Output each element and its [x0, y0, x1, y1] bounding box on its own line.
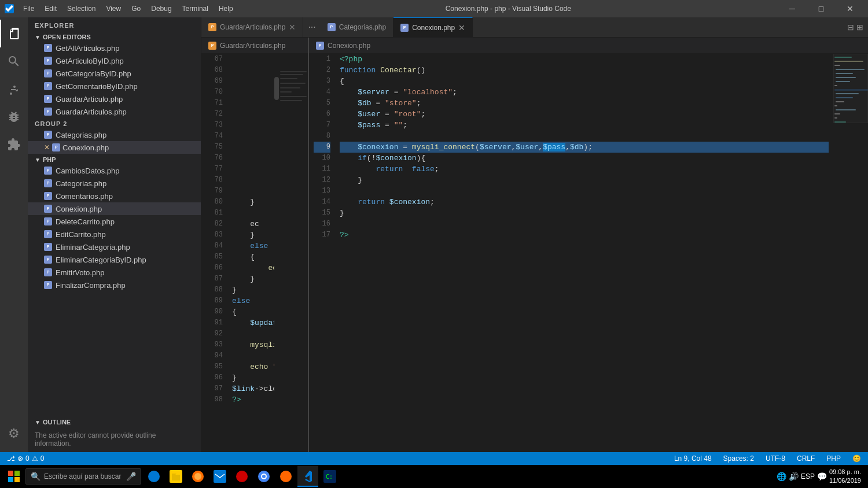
menu-file[interactable]: File: [19, 3, 39, 14]
file-item-getall[interactable]: P GetAllArticulos.php: [28, 42, 201, 54]
window-controls: ─ □ ✕: [779, 0, 863, 17]
file-item-guardarart[interactable]: P GuardarArticulo.php: [28, 93, 201, 105]
open-editors-arrow: ▼: [35, 34, 41, 40]
feedback-button[interactable]: 😊: [850, 454, 863, 463]
minimize-button[interactable]: ─: [779, 0, 806, 17]
taskbar-red-app[interactable]: [231, 466, 252, 487]
tab-label: Categorias.php: [339, 23, 386, 31]
file-eliminarcategoria[interactable]: P EliminarCategoria.php: [28, 241, 201, 253]
menu-go[interactable]: Go: [127, 3, 145, 14]
code-line-8: [340, 131, 829, 142]
file-eliminarcategoriabyid[interactable]: P EliminarCategoriaByID.php: [28, 253, 201, 266]
split-editor-button[interactable]: ⊟: [847, 23, 854, 32]
code-line-1: <?php: [340, 54, 829, 65]
code-line: }: [232, 273, 274, 284]
main-area: ⚙ EXPLORER ▼ OPEN EDITORS P GetAllArticu…: [0, 17, 868, 452]
file-finalizarcompra[interactable]: P FinalizarCompra.php: [28, 279, 201, 291]
php-icon: P: [44, 205, 52, 213]
git-icon: ⎇: [7, 454, 15, 463]
notification-icon[interactable]: 💬: [817, 472, 827, 481]
menu-selection[interactable]: Selection: [62, 3, 100, 14]
svg-point-32: [194, 473, 201, 480]
activity-debug[interactable]: [0, 103, 28, 131]
php-section[interactable]: ▼ PHP: [28, 154, 201, 164]
cursor-position[interactable]: Ln 9, Col 48: [672, 454, 714, 463]
code-line: [232, 328, 274, 339]
taskbar-cortana[interactable]: [144, 466, 164, 487]
file-item-conexion-g2[interactable]: ✕ P Conexion.php: [28, 141, 201, 154]
git-branch-status[interactable]: ⎇ ⊗ 0 ⚠ 0: [5, 454, 46, 463]
code-line: $update: [232, 317, 274, 328]
php-icon: P: [44, 167, 52, 175]
volume-icon[interactable]: 🔊: [789, 472, 799, 481]
right-code-area[interactable]: <?php function Conectar() { $server = "l…: [335, 54, 829, 452]
right-editor-filename: P Conexion.php: [316, 42, 370, 50]
menu-help[interactable]: Help: [214, 3, 238, 14]
file-item-categorias-g2[interactable]: P Categorias.php: [28, 128, 201, 141]
taskbar-explorer[interactable]: [165, 466, 186, 487]
tab-categorias[interactable]: P Categorias.php: [321, 17, 393, 37]
maximize-button[interactable]: □: [808, 0, 834, 17]
start-button[interactable]: [2, 465, 25, 488]
group2-label: GROUP 2: [28, 118, 201, 128]
file-conexion[interactable]: P Conexion.php: [28, 202, 201, 215]
sidebar-title: EXPLORER: [28, 17, 201, 31]
taskbar-vscode[interactable]: [297, 466, 318, 487]
taskbar-mail[interactable]: [209, 466, 230, 487]
taskbar-search-bar[interactable]: 🔍 Escribe aquí para buscar 🎤: [25, 468, 141, 485]
taskbar-orange-app[interactable]: [275, 466, 296, 487]
app-logo: [5, 4, 14, 13]
taskbar-clock[interactable]: 09:08 p. m. 11/06/2019: [829, 468, 861, 486]
taskbar-chrome[interactable]: [253, 466, 274, 487]
left-code-area[interactable]: } ec } else { echo } } else { $upda: [227, 54, 274, 452]
tab-more-button[interactable]: ···: [303, 17, 320, 37]
menu-debug[interactable]: Debug: [146, 3, 176, 14]
language-info[interactable]: PHP: [824, 454, 843, 463]
file-emitirvoto[interactable]: P EmitirVoto.php: [28, 266, 201, 279]
file-item-guardararts[interactable]: P GuardarArticulos.php: [28, 105, 201, 118]
file-comentarios[interactable]: P Comentarios.php: [28, 190, 201, 202]
open-editors-section[interactable]: ▼ OPEN EDITORS: [28, 31, 201, 42]
file-item-getcategoria[interactable]: P GetCategoriaByID.php: [28, 67, 201, 80]
line-ending-info[interactable]: CRLF: [795, 454, 817, 463]
spaces-info[interactable]: Spaces: 2: [721, 454, 756, 463]
network-icon[interactable]: 🌐: [777, 472, 786, 481]
settings-icon[interactable]: ⚙: [0, 420, 28, 448]
file-editcarrito[interactable]: P EditCarrito.php: [28, 228, 201, 241]
menu-view[interactable]: View: [101, 3, 126, 14]
file-categorias[interactable]: P Categorias.php: [28, 177, 201, 190]
code-line-12: }: [340, 175, 829, 186]
activity-extensions[interactable]: [0, 131, 28, 158]
encoding-info[interactable]: UTF-8: [763, 454, 788, 463]
scrollbar-thumb[interactable]: [274, 77, 279, 100]
file-cambios[interactable]: P CambiosDatos.php: [28, 164, 201, 177]
editor-layout-button[interactable]: ⊞: [856, 23, 863, 32]
activity-explorer[interactable]: [0, 20, 28, 47]
tab-close-button[interactable]: ✕: [289, 23, 296, 32]
window-title: Conexion.php - php - Visual Studio Code: [446, 5, 571, 13]
tab-close-active-button[interactable]: ✕: [458, 23, 465, 32]
tab-file-icon: P: [328, 23, 336, 31]
file-item-getarticulo[interactable]: P GetArticuloByID.php: [28, 54, 201, 67]
tab-guardar[interactable]: P GuardarArticulos.php ✕: [201, 17, 303, 37]
activity-scm[interactable]: [0, 75, 28, 103]
left-editor-content[interactable]: 6768697071 7273747576 7778798081 8283848…: [201, 54, 308, 452]
file-label: EmitirVoto.php: [56, 268, 105, 277]
taskbar-browser[interactable]: [187, 466, 208, 487]
file-item-getcomentario[interactable]: P GetComentarioByID.php: [28, 80, 201, 93]
close-button[interactable]: ✕: [837, 0, 863, 17]
taskbar-terminal-app[interactable]: C:: [319, 466, 340, 487]
tab-conexion[interactable]: P Conexion.php ✕: [393, 17, 473, 37]
code-line-15: }: [340, 208, 829, 219]
activity-search[interactable]: [0, 47, 28, 75]
editor-area: P GuardarArticulos.php ✕ ··· P Categoria…: [201, 17, 868, 452]
outline-toggle[interactable]: ▼ OUTLINE: [28, 416, 201, 427]
menu-edit[interactable]: Edit: [40, 3, 61, 14]
svg-point-29: [148, 471, 160, 482]
status-right: Ln 9, Col 48 Spaces: 2 UTF-8 CRLF PHP 😊: [672, 454, 863, 463]
file-deletecarrito[interactable]: P DeleteCarrito.php: [28, 215, 201, 228]
speaker-icon[interactable]: ESP: [801, 472, 815, 480]
right-editor-content[interactable]: 12345 678910 1112131415 1617 <?php funct…: [309, 54, 868, 452]
file-label: Comentarios.php: [56, 192, 113, 201]
menu-terminal[interactable]: Terminal: [178, 3, 213, 14]
